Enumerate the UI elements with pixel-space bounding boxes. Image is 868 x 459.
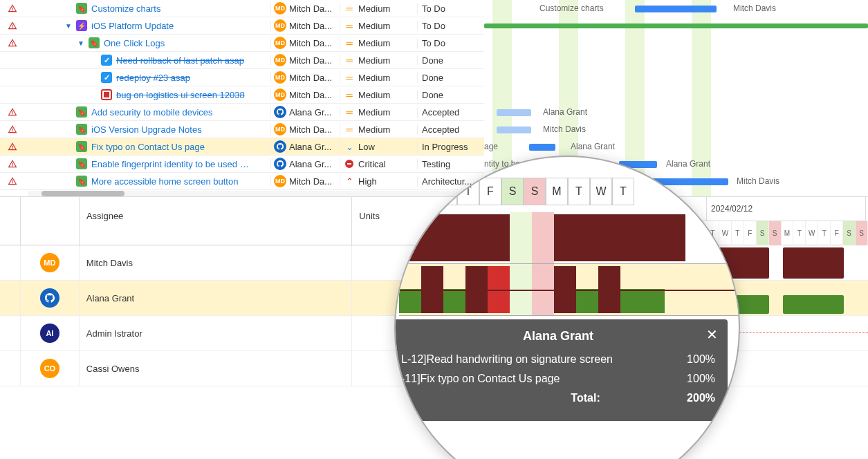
priority-icon: ═ <box>344 55 354 66</box>
alert-icon <box>8 159 17 169</box>
status-text: To Do <box>418 3 483 14</box>
resource-name: Mitch Davis <box>80 245 352 280</box>
hscrollbar[interactable] <box>28 191 477 196</box>
priority-icon <box>344 160 354 168</box>
assignee-text: Mitch Da... <box>289 3 332 14</box>
tooltip-task-value: 100% <box>687 353 715 366</box>
weekend-stripe <box>532 212 554 263</box>
allocation-tooltip: ✕ Alana Grant L-12]Read handwriting on s… <box>394 319 728 421</box>
day-header[interactable]: S <box>843 221 856 245</box>
day-header[interactable]: S <box>501 178 524 205</box>
status-text: Testing <box>418 159 483 169</box>
task-name-link[interactable]: Add security to mobile devices <box>91 107 213 118</box>
task-name-link[interactable]: One Click Logs <box>104 38 165 48</box>
task-name-link[interactable]: iOS Platform Update <box>91 21 174 31</box>
allocation-block[interactable] <box>576 289 598 313</box>
avatar: MD <box>40 253 59 272</box>
allocation-block[interactable] <box>554 214 685 261</box>
story-icon: 🔖 <box>76 141 87 152</box>
allocation-block[interactable] <box>783 295 844 314</box>
task-row[interactable]: 🔖iOS Version Upgrade NotesMDMitch Da...═… <box>0 121 484 138</box>
task-row[interactable]: bug on logistics ui screen 12038MDMitch … <box>0 86 484 104</box>
avatar <box>274 158 286 170</box>
alert-icon <box>8 107 17 117</box>
status-text: Done <box>418 90 483 100</box>
day-header[interactable]: T <box>793 221 806 245</box>
task-row[interactable]: 🔖Enable fingerprint identity to be used … <box>0 156 484 173</box>
day-header[interactable]: F <box>479 178 501 205</box>
avatar: MD <box>274 88 286 101</box>
task-name-link[interactable]: Customize charts <box>91 3 160 14</box>
task-name-link[interactable]: redeploy #23 asap <box>116 73 190 83</box>
day-header[interactable]: T <box>732 221 744 245</box>
day-header[interactable]: T <box>818 221 831 245</box>
status-text: In Progress <box>418 142 483 152</box>
header-spacer <box>0 197 21 245</box>
priority-icon: ⌃ <box>344 176 354 187</box>
task-row[interactable]: ▼⚡iOS Platform UpdateMDMitch Da...═Mediu… <box>0 17 484 35</box>
day-header[interactable]: F <box>744 221 757 245</box>
gantt-task-label: age <box>484 142 498 151</box>
header-assignee[interactable]: Assignee <box>80 197 352 245</box>
task-name-link[interactable]: More accessible home screen button <box>91 176 238 187</box>
task-name-link[interactable]: Need rollback of last patch asap <box>116 55 244 66</box>
task-row[interactable]: 🔖Customize chartsMDMitch Da...═MediumTo … <box>0 0 484 17</box>
task-row[interactable]: ✓redeploy #23 asapMDMitch Da...═MediumDo… <box>0 69 484 86</box>
story-icon: 🔖 <box>76 3 87 14</box>
task-name-link[interactable]: iOS Version Upgrade Notes <box>91 124 202 135</box>
day-header[interactable]: S <box>769 221 782 245</box>
task-bar[interactable] <box>497 127 531 133</box>
task-row[interactable]: ✓Need rollback of last patch asapMDMitch… <box>0 52 484 69</box>
priority-text: Low <box>358 142 375 152</box>
day-header[interactable]: T <box>612 178 634 205</box>
assignee-text: Mitch Da... <box>289 55 332 66</box>
status-text: Done <box>418 55 483 66</box>
assignee-text: Mitch Da... <box>289 21 332 31</box>
day-header[interactable]: W <box>806 221 818 245</box>
summary-bar <box>484 24 868 28</box>
task-row[interactable]: ▼🔖One Click LogsMDMitch Da...═MediumTo D… <box>0 35 484 52</box>
day-header[interactable]: F <box>831 221 843 245</box>
task-row[interactable]: 🔖Add security to mobile devicesAlana Gr.… <box>0 104 484 121</box>
task-name-link[interactable]: Fix typo on Contact Us page <box>91 142 205 152</box>
story-icon: 🔖 <box>76 124 87 135</box>
collapse-icon[interactable]: ▼ <box>64 21 73 30</box>
allocation-block[interactable] <box>643 289 665 313</box>
collapse-icon[interactable]: ▼ <box>76 38 86 48</box>
allocation-block[interactable] <box>399 289 421 313</box>
task-row[interactable]: 🔖More accessible home screen buttonMDMit… <box>0 173 484 190</box>
day-header[interactable]: M <box>546 178 568 205</box>
day-header[interactable]: W <box>590 178 612 205</box>
task-bar[interactable] <box>529 144 555 151</box>
day-header[interactable]: W <box>719 221 732 245</box>
task-bar[interactable] <box>635 6 717 12</box>
day-header[interactable]: S <box>757 221 769 245</box>
day-header[interactable]: T <box>568 178 590 205</box>
day-header[interactable]: S <box>856 221 868 245</box>
priority-icon: ═ <box>344 3 354 14</box>
alert-icon <box>8 21 17 30</box>
avatar: MD <box>274 71 286 84</box>
task-row[interactable]: 🔖Fix typo on Contact Us pageAlana Gr...⌄… <box>0 138 484 156</box>
tooltip-task-value: 100% <box>687 373 715 385</box>
week-header[interactable]: 2024/02/12 <box>707 197 866 221</box>
task-name-link[interactable]: Enable fingerprint identity to be used … <box>91 159 249 169</box>
close-icon[interactable]: ✕ <box>706 326 718 343</box>
task-bar[interactable] <box>497 109 531 116</box>
status-text: Accepted <box>418 124 483 135</box>
priority-text: Critical <box>358 159 386 169</box>
day-header[interactable]: M <box>782 221 794 245</box>
allocation-block[interactable] <box>620 289 643 313</box>
day-header[interactable]: S <box>524 178 546 205</box>
resource-name: Alana Grant <box>80 281 352 315</box>
priority-text: Medium <box>358 90 390 100</box>
allocation-block[interactable] <box>783 247 844 279</box>
gantt-assignee-label: Mitch Davis <box>733 3 776 13</box>
allocation-block[interactable] <box>443 289 465 313</box>
hscrollbar-thumb[interactable] <box>41 191 124 196</box>
priority-icon: ⌄ <box>344 142 354 152</box>
task-name-link[interactable]: bug on logistics ui screen 12038 <box>116 90 245 100</box>
avatar: MD <box>274 37 286 49</box>
resource-name: Admin Istrator <box>80 316 352 350</box>
resource-name: Cassi Owens <box>80 351 352 386</box>
